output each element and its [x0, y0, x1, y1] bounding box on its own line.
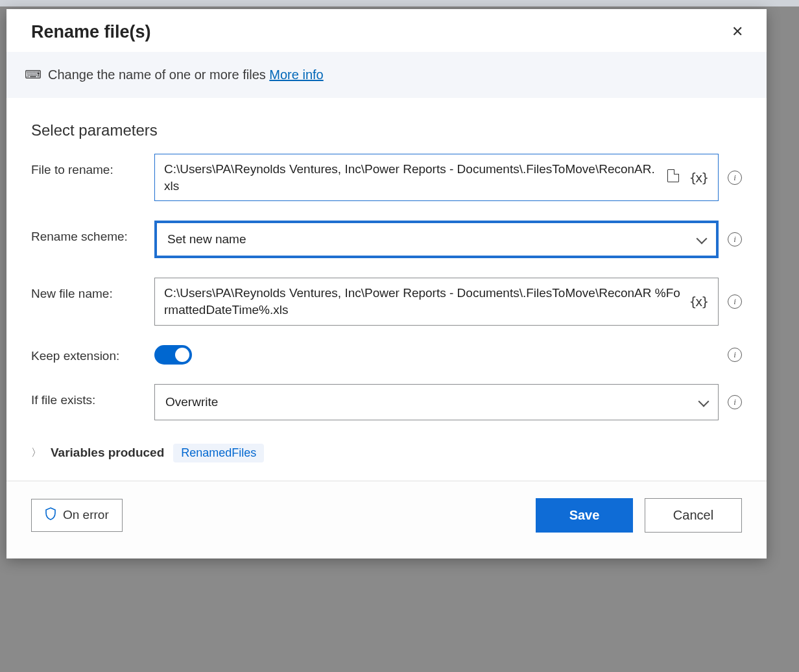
info-icon[interactable]: i [728, 294, 742, 309]
rename-scheme-select[interactable]: Set new name [154, 221, 719, 258]
row-keep-extension: Keep extension: i [31, 345, 742, 365]
label-new-file-name: New file name: [31, 278, 154, 301]
variable-insert-button[interactable]: {x} [688, 293, 709, 310]
new-file-name-value: C:\Users\PA\Reynolds Ventures, Inc\Power… [164, 285, 682, 318]
label-rename-scheme: Rename scheme: [31, 221, 154, 244]
background-blur [0, 0, 799, 6]
chevron-down-icon [697, 235, 706, 244]
row-rename-scheme: Rename scheme: Set new name i [31, 221, 742, 258]
footer-actions: Save Cancel [536, 498, 742, 533]
chevron-down-icon [698, 398, 708, 407]
info-icon[interactable]: i [728, 395, 742, 409]
info-icon[interactable]: i [728, 171, 742, 185]
field-icons: {x} [666, 168, 709, 187]
label-keep-extension: Keep extension: [31, 345, 154, 363]
new-file-name-input[interactable]: C:\Users\PA\Reynolds Ventures, Inc\Power… [154, 278, 719, 325]
rename-icon [25, 70, 39, 80]
close-icon: ✕ [732, 23, 743, 40]
variables-produced-label: Variables produced [51, 446, 164, 460]
more-info-link[interactable]: More info [269, 67, 323, 82]
variables-produced-row: 〉 Variables produced RenamedFiles [6, 440, 767, 481]
if-file-exists-select[interactable]: Overwrite [154, 384, 719, 420]
field-wrap-file-to-rename: C:\Users\PA\Reynolds Ventures, Inc\Power… [154, 154, 742, 201]
close-button[interactable]: ✕ [729, 21, 746, 43]
parameters-form: File to rename: C:\Users\PA\Reynolds Ven… [6, 145, 767, 440]
row-file-to-rename: File to rename: C:\Users\PA\Reynolds Ven… [31, 154, 742, 201]
dialog-info-bar: Change the name of one or more files Mor… [6, 52, 767, 98]
rename-files-dialog: Rename file(s) ✕ Change the name of one … [6, 9, 767, 558]
label-if-file-exists: If file exists: [31, 384, 154, 407]
row-if-file-exists: If file exists: Overwrite i [31, 384, 742, 420]
variable-chip-renamedfiles[interactable]: RenamedFiles [173, 444, 264, 462]
toggle-knob [175, 348, 189, 362]
description-text: Change the name of one or more files [48, 67, 266, 82]
on-error-label: On error [63, 508, 109, 522]
info-icon[interactable]: i [728, 232, 742, 246]
if-file-exists-value: Overwrite [165, 395, 218, 409]
dialog-header: Rename file(s) ✕ [6, 9, 767, 52]
file-picker-button[interactable] [666, 168, 680, 187]
field-wrap-rename-scheme: Set new name i [154, 221, 742, 258]
file-to-rename-value: C:\Users\PA\Reynolds Ventures, Inc\Power… [164, 161, 660, 194]
rename-scheme-value: Set new name [167, 232, 246, 246]
dialog-footer: On error Save Cancel [6, 481, 767, 558]
save-button[interactable]: Save [536, 498, 633, 533]
expand-variables-button[interactable]: 〉 [31, 446, 42, 460]
keep-extension-toggle[interactable] [154, 345, 192, 365]
on-error-button[interactable]: On error [31, 499, 123, 532]
section-title: Select parameters [6, 98, 767, 145]
variable-insert-button[interactable]: {x} [688, 169, 709, 186]
field-wrap-if-file-exists: Overwrite i [154, 384, 742, 420]
field-icons: {x} [688, 293, 709, 310]
row-new-file-name: New file name: C:\Users\PA\Reynolds Vent… [31, 278, 742, 325]
cancel-button[interactable]: Cancel [645, 498, 742, 533]
shield-icon [45, 507, 56, 523]
file-to-rename-input[interactable]: C:\Users\PA\Reynolds Ventures, Inc\Power… [154, 154, 719, 201]
field-wrap-new-file-name: C:\Users\PA\Reynolds Ventures, Inc\Power… [154, 278, 742, 325]
dialog-title: Rename file(s) [31, 22, 151, 42]
label-file-to-rename: File to rename: [31, 154, 154, 177]
dialog-description: Change the name of one or more files Mor… [48, 67, 324, 82]
info-icon[interactable]: i [728, 348, 742, 362]
field-wrap-keep-extension: i [154, 345, 742, 365]
file-icon [667, 169, 679, 182]
